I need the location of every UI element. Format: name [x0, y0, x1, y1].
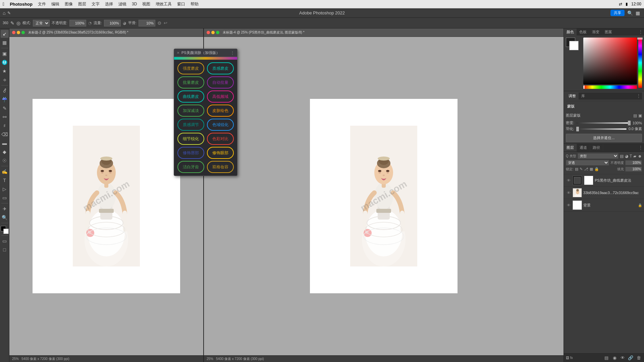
- btn-xiushi-chunbu[interactable]: 修饰唇部: [177, 147, 204, 159]
- share-button[interactable]: 共享: [610, 10, 625, 16]
- menu-text[interactable]: 文字: [92, 1, 100, 7]
- dodge-tool[interactable]: ☉: [1, 157, 9, 165]
- artboard-tool[interactable]: ▦: [1, 39, 9, 47]
- move-tool[interactable]: ↙: [1, 30, 9, 38]
- opacity-input[interactable]: [69, 20, 86, 26]
- btn-secai-duibi[interactable]: 色彩对比: [207, 133, 234, 145]
- layers-panel-menu[interactable]: ⋮: [637, 144, 644, 152]
- menu-select[interactable]: 选择: [105, 1, 113, 7]
- marquee-tool[interactable]: ▣: [1, 50, 9, 58]
- layer-item-bg[interactable]: 👁 背景 🔒: [564, 199, 644, 212]
- path-select-tool[interactable]: ▷: [1, 185, 9, 193]
- lasso-tool[interactable]: ⛎: [1, 58, 9, 66]
- btn-zhigan-mopi[interactable]: 质感磨皮: [207, 62, 234, 74]
- layer-visibility-curves[interactable]: 👁: [566, 178, 571, 183]
- btn-shuang-zhuang[interactable]: 双格妆容: [207, 161, 234, 173]
- btn-quxian-mopi[interactable]: 曲线磨皮: [177, 90, 204, 103]
- menu-layer[interactable]: 图层: [78, 1, 86, 7]
- lock-brush-icon[interactable]: ✎: [580, 167, 583, 171]
- menu-view[interactable]: 视图: [142, 1, 150, 7]
- menu-filter[interactable]: 滤镜: [118, 1, 126, 7]
- eye-icon-layer[interactable]: 👁: [619, 355, 626, 361]
- tab-patterns[interactable]: 图案: [602, 28, 615, 36]
- add-mask-button[interactable]: ▤: [603, 355, 610, 361]
- crop-tool[interactable]: ⎆: [1, 76, 9, 84]
- tab-gradients[interactable]: 渐变: [589, 28, 602, 36]
- btn-seyu-ruihua[interactable]: 色域锐化: [207, 119, 234, 131]
- brush-tool[interactable]: ✎: [1, 104, 9, 112]
- hue-slider[interactable]: [583, 85, 637, 89]
- gradient-tool[interactable]: ▬: [1, 139, 9, 147]
- btn-pifu-huise[interactable]: 皮肤绘色: [207, 105, 234, 117]
- btn-jiashen-jiandan[interactable]: 加深减淡: [177, 105, 204, 117]
- btn-zidong-piliang[interactable]: 自动批量: [207, 76, 234, 88]
- minimize-button-left[interactable]: [17, 31, 20, 34]
- spectral-bar[interactable]: [638, 38, 642, 88]
- background-color[interactable]: [3, 229, 9, 234]
- adjustment-layer-button[interactable]: ◉: [611, 355, 618, 361]
- filter-text-icon[interactable]: T: [630, 154, 632, 159]
- pen-tool[interactable]: ✍: [1, 168, 9, 176]
- filter-adj-icon[interactable]: ◕: [625, 154, 628, 159]
- opacity-value-input[interactable]: [625, 160, 642, 165]
- maximize-button-left[interactable]: [21, 31, 25, 34]
- layer-visibility-bg-copy[interactable]: 👁: [566, 190, 571, 195]
- btn-qiangdu-mopi[interactable]: 强度磨皮: [177, 62, 204, 74]
- arrange-icon[interactable]: ▦: [636, 10, 640, 16]
- layer-item-bg-copy[interactable]: 👁 33b835b19aac3...72c31669cc9ac: [564, 187, 644, 199]
- lock-all-icon[interactable]: 🔒: [594, 167, 599, 171]
- doc-right-tab[interactable]: 未标题-4 @ 25% (PS黑作坊_曲线磨皮法, 图层蒙版/8) *: [204, 28, 564, 37]
- lock-position-icon[interactable]: ⎇: [584, 167, 588, 171]
- eraser-tool[interactable]: ⌫: [1, 130, 9, 138]
- plugin-titlebar[interactable]: ✕ PS美颜润肤（加强版） ⋮: [174, 49, 237, 57]
- btn-piliang-mopi[interactable]: 批量磨皮: [177, 76, 204, 88]
- btn-xiushi-yanbu[interactable]: 修饰眼部: [207, 147, 234, 159]
- zoom-tool[interactable]: 🔍: [1, 214, 9, 222]
- filter-smart-icon[interactable]: ☻: [638, 154, 642, 159]
- select-mask-button[interactable]: 选择并遮住...: [566, 134, 642, 142]
- quick-select-tool[interactable]: ★: [1, 67, 9, 75]
- menu-edit[interactable]: 编辑: [51, 1, 59, 7]
- menu-plugins[interactable]: 增效工具: [156, 1, 172, 7]
- close-button-left[interactable]: [12, 31, 15, 34]
- btn-jiebai-yachi[interactable]: 洁白牙齿: [177, 161, 204, 173]
- tab-library[interactable]: 库: [579, 93, 588, 100]
- menu-3d[interactable]: 3D: [132, 2, 137, 6]
- btn-zhigan-tiaojie[interactable]: 质感调节: [177, 119, 204, 131]
- quick-mask-mode[interactable]: ▭: [1, 237, 9, 245]
- close-button-right[interactable]: [207, 31, 210, 34]
- smooth-input[interactable]: [139, 20, 155, 26]
- btn-gaodi-pinyu[interactable]: 高低频域: [207, 90, 234, 103]
- delete-layer-button[interactable]: 🗑: [635, 355, 642, 361]
- adjust-panel-menu[interactable]: ⋮: [635, 93, 642, 100]
- text-tool[interactable]: T: [1, 176, 9, 184]
- apple-menu[interactable]: : [3, 1, 4, 7]
- healing-tool[interactable]: ☔: [1, 96, 9, 104]
- minimize-button-right[interactable]: [211, 31, 215, 34]
- menu-file[interactable]: 文件: [38, 1, 46, 7]
- mask-vector-icon[interactable]: ▣: [638, 113, 642, 118]
- bg-color-swatch[interactable]: [569, 41, 579, 50]
- tab-channels[interactable]: 通道: [577, 144, 590, 152]
- filter-type-select[interactable]: 类型: [578, 153, 619, 159]
- mode-select[interactable]: 正常: [33, 20, 50, 26]
- layer-visibility-bg[interactable]: 👁: [566, 202, 571, 208]
- history-brush-tool[interactable]: ♯: [1, 122, 9, 130]
- settings-icon[interactable]: ⚙: [157, 20, 162, 26]
- search-icon[interactable]: 🔍: [627, 10, 633, 16]
- mask-pixel-icon[interactable]: ▤: [633, 113, 637, 118]
- btn-jijie-ruihua[interactable]: 细节锐化: [177, 133, 204, 145]
- tab-paths[interactable]: 路径: [590, 144, 603, 152]
- plugin-menu-icon[interactable]: ⋮: [230, 51, 234, 55]
- tab-layers[interactable]: 图层: [564, 144, 577, 152]
- maximize-button-right[interactable]: [216, 31, 219, 34]
- lock-transparent-icon[interactable]: ▤: [575, 167, 578, 171]
- hand-tool[interactable]: ✈: [1, 205, 9, 213]
- color-panel-menu[interactable]: ⋮: [637, 28, 644, 36]
- clone-stamp-tool[interactable]: ⚯: [1, 113, 9, 121]
- tab-swatches[interactable]: 色板: [577, 28, 589, 36]
- eyedropper-tool[interactable]: ⚦: [1, 87, 9, 95]
- plugin-close-x[interactable]: ✕: [177, 51, 179, 55]
- blend-mode-select[interactable]: 穿透: [566, 160, 609, 166]
- doc-right-canvas[interactable]: macmi.com: [204, 37, 564, 355]
